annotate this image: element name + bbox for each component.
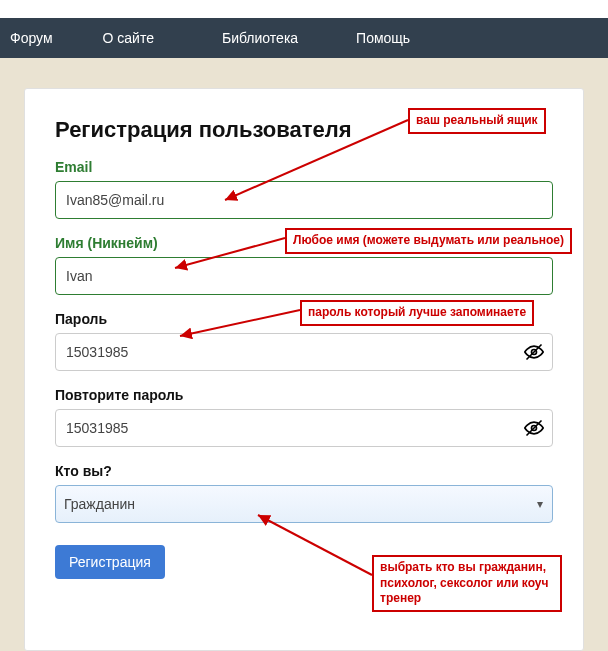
annotation-role: выбрать кто вы гражданин, психолог, секс… — [372, 555, 562, 612]
top-nav: Форум О сайте Библиотека Помощь — [0, 18, 608, 58]
nav-library[interactable]: Библиотека — [202, 18, 346, 58]
annotation-nick: Любое имя (можете выдумать или реальное) — [285, 228, 572, 254]
nav-about[interactable]: О сайте — [83, 18, 202, 58]
password2-field[interactable] — [55, 409, 553, 447]
password2-label: Повторите пароль — [55, 387, 553, 403]
toggle-password-visibility-icon[interactable] — [523, 341, 545, 363]
annotation-password: пароль который лучше запоминаете — [300, 300, 534, 326]
nav-help[interactable]: Помощь — [346, 18, 428, 58]
nickname-field[interactable] — [55, 257, 553, 295]
role-label: Кто вы? — [55, 463, 553, 479]
submit-button[interactable]: Регистрация — [55, 545, 165, 579]
toggle-password2-visibility-icon[interactable] — [523, 417, 545, 439]
annotation-email: ваш реальный ящик — [408, 108, 546, 134]
role-select[interactable]: Гражданин — [55, 485, 553, 523]
password-field[interactable] — [55, 333, 553, 371]
email-label: Email — [55, 159, 553, 175]
email-field[interactable] — [55, 181, 553, 219]
nav-forum[interactable]: Форум — [0, 18, 83, 58]
